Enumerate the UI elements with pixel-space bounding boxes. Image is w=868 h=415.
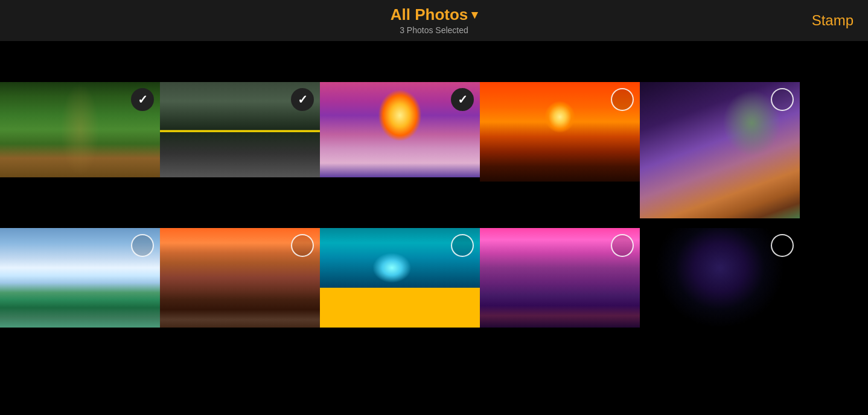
chevron-down-icon: ▾ [471, 7, 477, 22]
header: All Photos ▾ 3 Photos Selected Stamp [0, 0, 868, 41]
photo-item-3[interactable]: ✓ [320, 82, 480, 177]
header-subtitle: 3 Photos Selected [391, 25, 478, 35]
selection-indicator-6 [131, 234, 154, 257]
selection-indicator-10 [771, 234, 794, 257]
photo-item-2[interactable]: ✓ [160, 82, 320, 177]
photo-item-6[interactable] [0, 228, 160, 328]
selection-indicator-1: ✓ [131, 88, 154, 111]
photo-gallery: ✓ ✓ ✓ [0, 41, 868, 344]
checkmark-icon-1: ✓ [138, 93, 148, 106]
row-spacer-top [0, 41, 868, 77]
header-center: All Photos ▾ 3 Photos Selected [391, 5, 478, 35]
photo-item-4[interactable] [480, 82, 640, 182]
photo-item-1[interactable]: ✓ [0, 82, 160, 177]
photo-item-5[interactable] [640, 82, 800, 218]
checkmark-icon-2: ✓ [298, 93, 308, 106]
stamp-button[interactable]: Stamp [812, 12, 854, 29]
selection-indicator-8 [451, 234, 474, 257]
header-title-text: All Photos [391, 5, 468, 24]
photo-item-8[interactable] [320, 228, 480, 328]
selection-indicator-5 [771, 88, 794, 111]
selection-indicator-7 [291, 234, 314, 257]
selection-indicator-4 [611, 88, 634, 111]
photo-item-7[interactable] [160, 228, 320, 328]
gallery-row-2 [0, 223, 868, 332]
gallery-row-1: ✓ ✓ ✓ [0, 77, 868, 223]
photo-item-10[interactable] [640, 228, 800, 328]
selection-indicator-3: ✓ [451, 88, 474, 111]
header-title-group[interactable]: All Photos ▾ [391, 5, 478, 24]
selection-indicator-9 [611, 234, 634, 257]
checkmark-icon-3: ✓ [458, 93, 468, 106]
photo-item-9[interactable] [480, 228, 640, 328]
selection-indicator-2: ✓ [291, 88, 314, 111]
